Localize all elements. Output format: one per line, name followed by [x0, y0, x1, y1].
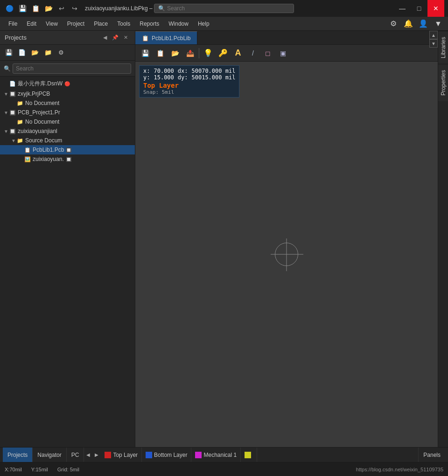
- save-btn[interactable]: 💾: [17, 3, 28, 14]
- sidebar-newfile-btn[interactable]: 📄: [16, 47, 28, 59]
- menu-file[interactable]: File: [4, 19, 22, 29]
- tree-item-root-lib[interactable]: 📄 最小元件库.DsnW 🔴: [0, 78, 135, 89]
- content-toolbar: 💾 📋 📂 📤 💡 🔑 A / ◻ ▣: [135, 45, 438, 62]
- global-search-bar[interactable]: 🔍: [154, 4, 294, 13]
- minimize-btn[interactable]: —: [394, 0, 411, 17]
- sidebar-openfolder-btn[interactable]: 📂: [29, 47, 41, 59]
- sidebar-save-btn[interactable]: 💾: [3, 47, 15, 59]
- redo-btn[interactable]: ↪: [69, 3, 80, 14]
- open-btn[interactable]: 📂: [43, 3, 54, 14]
- menu-edit[interactable]: Edit: [22, 19, 41, 29]
- sidebar-close-btn[interactable]: ✕: [121, 33, 130, 42]
- status-bar: X:70mil Y:15mil Grid: 5mil https://blog.…: [0, 462, 448, 476]
- tree-label: 最小元件库.DsnW: [18, 80, 63, 88]
- window-controls: — □ ✕: [394, 0, 444, 17]
- menu-project[interactable]: Project: [63, 19, 89, 29]
- toolbar-separator: [199, 48, 199, 58]
- ct-line-btn[interactable]: /: [246, 46, 260, 60]
- layer-chip-top[interactable]: Top Layer: [101, 448, 142, 462]
- sidebar-openfile-btn[interactable]: 📁: [42, 47, 54, 59]
- tab-icon: 📋: [142, 35, 149, 42]
- bottom-tab-navigator[interactable]: Navigator: [33, 448, 66, 462]
- tree-item-zuixiaoyuan[interactable]: 🖼️ zuixiaoyuan. 🔲: [0, 154, 135, 164]
- menu-place[interactable]: Place: [89, 19, 112, 29]
- ct-save-btn[interactable]: 💾: [138, 46, 152, 60]
- notifications-icon[interactable]: 🔔: [402, 18, 414, 30]
- snap-label: Snap: 5mil: [143, 89, 235, 95]
- tree-item-zxyjk[interactable]: ▼ 🔲 zxyjk.PrjPCB: [0, 89, 135, 98]
- coord-x-value: 70.000: [154, 68, 174, 74]
- status-coord-x: X:70mil: [5, 467, 22, 472]
- right-tab-libraries[interactable]: Libraries: [438, 31, 448, 64]
- undo-btn[interactable]: ↩: [56, 3, 67, 14]
- ct-text-btn[interactable]: A: [231, 46, 245, 60]
- ct-open-btn[interactable]: 📂: [168, 46, 182, 60]
- coord-row-y: y: 15.000 dy: 50015.000 mil: [143, 74, 235, 81]
- sidebar-attach-btn[interactable]: 📌: [111, 33, 120, 42]
- tree-item-pcb-nodoc[interactable]: 📁 No Document: [0, 117, 135, 126]
- menu-right-icons: ⚙ 🔔 👤 ▼: [387, 18, 444, 30]
- sidebar-pin-btn[interactable]: ◀: [100, 33, 110, 42]
- panels-btn[interactable]: Panels: [418, 448, 445, 462]
- scroll-down-btn[interactable]: ▼: [429, 39, 438, 48]
- tree-item-pcblib1[interactable]: 📋 PcbLib1.Pcb 🔲: [0, 145, 135, 154]
- tree-label: PcbLib1.Pcb: [33, 147, 64, 153]
- maximize-btn[interactable]: □: [411, 0, 427, 17]
- app-logo-btn[interactable]: 🔵: [4, 3, 15, 14]
- sidebar: Projects ◀ 📌 ✕ 💾 📄 📂 📁 ⚙ 🔍 📄 最小元件库.DsnW: [0, 31, 135, 447]
- copy-btn[interactable]: 📋: [30, 3, 41, 14]
- tree-item-pcb-project[interactable]: ▼ 🔲 PCB_Project1.Pr: [0, 108, 135, 117]
- ct-key-btn[interactable]: 🔑: [216, 46, 230, 60]
- menu-window[interactable]: Window: [164, 19, 193, 29]
- coord-overlay: x: 70.000 dx: 50070.000 mil y: 15.000 dy…: [139, 65, 239, 98]
- status-coord-y: Y:15mil: [31, 467, 48, 472]
- ct-export-btn[interactable]: 📤: [183, 46, 197, 60]
- bottom-tab-pc[interactable]: PC: [67, 448, 84, 462]
- tree-label: No Document: [25, 119, 59, 125]
- bottom-tab-projects[interactable]: Projects: [3, 448, 33, 462]
- layer-scroll: ◀ ▶: [84, 448, 101, 462]
- extra-layer-color: [245, 452, 251, 458]
- menu-tools[interactable]: Tools: [112, 19, 135, 29]
- user-icon[interactable]: 👤: [417, 18, 429, 30]
- chevron-down-icon[interactable]: ▼: [432, 18, 444, 30]
- ct-rect-btn[interactable]: ◻: [261, 46, 275, 60]
- close-btn[interactable]: ✕: [427, 0, 444, 17]
- layer-chip-mechanical[interactable]: Mechanical 1: [191, 448, 241, 462]
- ct-bulb-btn[interactable]: 💡: [201, 46, 215, 60]
- layer-chip-extra[interactable]: [241, 448, 257, 462]
- tree-collapse-icon: ▼: [4, 129, 9, 134]
- layer-chip-bottom[interactable]: Bottom Layer: [142, 448, 191, 462]
- ct-copy-btn[interactable]: 📋: [153, 46, 167, 60]
- menu-help[interactable]: Help: [193, 19, 214, 29]
- mechanical-layer-color: [195, 452, 202, 458]
- menu-view[interactable]: View: [41, 19, 63, 29]
- ct-box-btn[interactable]: ▣: [276, 46, 290, 60]
- sidebar-search-input[interactable]: [13, 63, 131, 74]
- layer-scroll-left-btn[interactable]: ◀: [84, 448, 92, 462]
- top-layer-color: [105, 452, 111, 458]
- tree-item-zxyjk-nodoc[interactable]: 📁 No Document: [0, 98, 135, 108]
- scroll-up-btn[interactable]: ▲: [429, 31, 438, 39]
- tree-label: zuixiaoyuan.: [33, 156, 64, 162]
- coord-row-x: x: 70.000 dx: 50070.000 mil: [143, 68, 235, 74]
- pcb-canvas[interactable]: x: 70.000 dx: 50070.000 mil y: 15.000 dy…: [135, 62, 438, 447]
- sidebar-settings-btn[interactable]: ⚙: [55, 47, 67, 59]
- mechanical-layer-label: Mechanical 1: [203, 452, 237, 458]
- crosshair: [275, 243, 298, 266]
- layer-scroll-right-btn[interactable]: ▶: [92, 448, 101, 462]
- menu-reports[interactable]: Reports: [135, 19, 164, 29]
- global-search-input[interactable]: [167, 5, 288, 12]
- status-url: https://blog.csdn.net/weixin_51109735: [356, 467, 443, 472]
- tab-pcblib1[interactable]: 📋 PcbLib1.PcbLib: [135, 31, 197, 44]
- sidebar-search-bar[interactable]: 🔍: [0, 61, 135, 77]
- tree-item-zuixiao[interactable]: ▼ 🔲 zuixiaoyuanjianl: [0, 126, 135, 136]
- right-tab-properties[interactable]: Properties: [438, 64, 448, 101]
- sidebar-header: Projects ◀ 📌 ✕: [0, 31, 135, 45]
- title-bar: 🔵 💾 📋 📂 ↩ ↪ zuixiaoyuanjianku.LibPkg – .…: [0, 0, 448, 17]
- settings-icon[interactable]: ⚙: [387, 18, 399, 30]
- tab-label: PcbLib1.PcbLib: [152, 35, 190, 42]
- content-area: 📋 PcbLib1.PcbLib ▲ ▼ 💾 📋 📂 📤 💡 🔑 A / ◻ ▣: [135, 31, 438, 447]
- tree-item-source-docum[interactable]: ▼ 📁 Source Docum: [0, 136, 135, 145]
- project-tree: 📄 最小元件库.DsnW 🔴 ▼ 🔲 zxyjk.PrjPCB 📁 No Doc…: [0, 77, 135, 447]
